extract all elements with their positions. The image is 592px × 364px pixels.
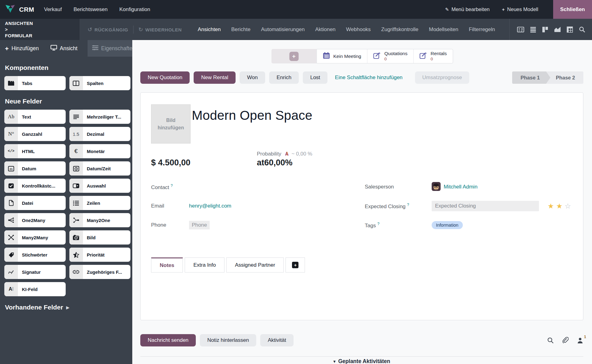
- tab-webhooks[interactable]: Webhooks: [346, 26, 371, 33]
- followers-icon[interactable]: 1: [577, 337, 583, 344]
- plus-icon: +: [292, 262, 298, 268]
- contact-card-view-icon[interactable]: [517, 26, 524, 33]
- field-related[interactable]: Zugehöriges F...: [69, 265, 131, 279]
- tab-automatisierungen[interactable]: Automatisierungen: [261, 26, 305, 33]
- tab-aktionen[interactable]: Aktionen: [315, 26, 335, 33]
- add-stat-button-dropzone[interactable]: +: [271, 49, 316, 63]
- field-signature[interactable]: Signatur: [4, 265, 66, 279]
- menu-berichtswesen[interactable]: Berichtswesen: [73, 6, 108, 13]
- field-tags[interactable]: Stichwörter: [4, 248, 66, 262]
- app-brand[interactable]: CRM: [0, 4, 37, 15]
- tab-notes[interactable]: Notes: [151, 257, 183, 273]
- close-studio-button[interactable]: Schließen: [553, 0, 592, 19]
- field-decimal[interactable]: 1.5 Dezimal: [69, 127, 131, 141]
- menu-verkauf[interactable]: Verkauf: [44, 6, 62, 13]
- field-many2one[interactable]: Many2One: [69, 213, 131, 227]
- field-datetime[interactable]: Datum/Zeit: [69, 161, 131, 176]
- attachment-icon[interactable]: [562, 337, 569, 344]
- phone-row[interactable]: Phone Phone: [151, 219, 365, 232]
- tab-zugriffskontrolle[interactable]: Zugriffskontrolle: [381, 26, 418, 33]
- stat-button-count: 0: [384, 57, 407, 62]
- field-many2many[interactable]: Many2Many: [4, 230, 66, 245]
- toolbar-divider: [133, 26, 134, 34]
- phone-input[interactable]: Phone: [189, 221, 210, 229]
- salesperson-row[interactable]: Salesperson Mitchell Admin: [365, 180, 573, 193]
- tab-ansichten[interactable]: Ansichten: [198, 26, 221, 33]
- list-view-icon[interactable]: [530, 26, 536, 33]
- field-date[interactable]: 21 Datum: [4, 161, 66, 176]
- field-monetary[interactable]: € Monetär: [69, 144, 131, 158]
- stage-phase-1[interactable]: Phase 1: [512, 71, 546, 84]
- undo-button[interactable]: ↺RÜCKGÄNGIG: [88, 26, 128, 33]
- field-one2many[interactable]: One2Many: [4, 213, 66, 227]
- tab-extra-info[interactable]: Extra Info: [185, 257, 224, 273]
- title-row: Bild hinzufügen Modern Open Space: [151, 104, 571, 144]
- field-multiline-text[interactable]: Mehrzeiliger T...: [69, 110, 131, 124]
- new-model-button[interactable]: + Neues Modell: [502, 6, 538, 12]
- kanban-view-icon[interactable]: [542, 26, 548, 33]
- stat-button-rentals[interactable]: Rentals 0: [413, 49, 453, 63]
- expected-closing-input[interactable]: Expected Closing: [432, 201, 539, 211]
- email-label: Email: [151, 203, 189, 209]
- tab-assigned-partner[interactable]: Assigned Partner: [226, 257, 284, 273]
- field-integer[interactable]: N° Ganzzahl: [4, 127, 66, 141]
- field-priority[interactable]: Priorität: [69, 248, 131, 262]
- breadcrumb[interactable]: ANSICHTEN > FORMULAR: [0, 19, 80, 40]
- priority-stars[interactable]: ★★☆: [548, 202, 573, 210]
- sidebar-tab-hinzufuegen[interactable]: + Hinzufügen: [5, 45, 39, 52]
- field-text[interactable]: Ab Text: [4, 110, 66, 124]
- tags-row[interactable]: Tags? Information: [365, 219, 573, 232]
- probability-at[interactable]: at60,00%: [257, 158, 312, 168]
- email-value[interactable]: henry@elight.com: [189, 203, 231, 209]
- forecast-button[interactable]: Umsatzprognose: [415, 71, 470, 84]
- sidebar-tab-ansicht[interactable]: Ansicht: [51, 45, 77, 52]
- chatter-toolbar: Nachricht senden Notiz hinterlassen Akti…: [140, 334, 583, 346]
- menu-konfiguration[interactable]: Konfiguration: [119, 6, 150, 13]
- log-note-button[interactable]: Notiz hinterlassen: [200, 334, 256, 346]
- edit-menu-button[interactable]: ✎ Menü bearbeiten: [445, 6, 490, 12]
- field-file[interactable]: Datei: [4, 196, 66, 210]
- contact-row[interactable]: Contact?: [151, 180, 365, 193]
- field-html[interactable]: </> HTML: [4, 144, 66, 158]
- pivot-view-icon[interactable]: [567, 26, 573, 33]
- add-tab-button[interactable]: +: [286, 257, 305, 273]
- tab-filterregeln[interactable]: Filterregeln: [469, 26, 495, 33]
- new-rental-button[interactable]: New Rental: [194, 71, 236, 84]
- expected-closing-row[interactable]: Expected Closing? Expected Closing ★★☆: [365, 200, 573, 212]
- enrich-button[interactable]: Enrich: [269, 71, 299, 84]
- stat-button-quotations[interactable]: Quotations 0: [367, 49, 413, 63]
- component-tabs[interactable]: Tabs: [4, 76, 66, 90]
- graph-view-icon[interactable]: [554, 26, 561, 33]
- tab-berichte[interactable]: Berichte: [231, 26, 250, 33]
- field-lines[interactable]: Zeilen: [69, 196, 131, 210]
- tab-modellseiten[interactable]: Modellseiten: [429, 26, 458, 33]
- record-title[interactable]: Modern Open Space: [192, 108, 312, 144]
- new-quotation-button[interactable]: New Quotation: [140, 71, 190, 84]
- field-checkbox[interactable]: Kontrollkästc...: [4, 179, 66, 193]
- search-messages-icon[interactable]: [547, 337, 554, 344]
- stat-button-meeting[interactable]: Kein Meeting: [317, 49, 367, 63]
- won-button[interactable]: Won: [240, 71, 265, 84]
- planned-activities-header[interactable]: ▾ Geplante Aktivitäten: [140, 358, 583, 364]
- expected-revenue[interactable]: $ 4.500,00: [151, 158, 257, 168]
- send-message-button[interactable]: Nachricht senden: [140, 334, 196, 346]
- field-ai[interactable]: AI KI-Feld: [4, 282, 66, 296]
- stage-phase-2[interactable]: Phase 2: [546, 71, 583, 84]
- field-image[interactable]: Bild: [69, 230, 131, 245]
- activity-button[interactable]: Aktivität: [260, 334, 294, 346]
- email-row[interactable]: Email henry@elight.com: [151, 200, 365, 212]
- field-selection[interactable]: Auswahl: [69, 179, 131, 193]
- search-icon[interactable]: [579, 26, 585, 33]
- existing-fields-heading[interactable]: Vorhandene Felder ▶: [5, 304, 130, 311]
- edit-note-icon: [419, 52, 427, 60]
- component-spalten[interactable]: Spalten: [69, 76, 131, 90]
- redo-button[interactable]: ↻WIEDERHOLEN: [138, 26, 182, 33]
- add-image-placeholder[interactable]: Bild hinzufügen: [151, 104, 191, 144]
- plus-icon: +: [289, 52, 298, 61]
- lost-button[interactable]: Lost: [303, 71, 327, 84]
- sidebar-tab-eigenschaften[interactable]: Eigenschaften: [88, 40, 132, 57]
- form-canvas: + Kein Meeting Quotations 0: [132, 40, 592, 364]
- add-button-link[interactable]: Eine Schaltfläche hinzufügen: [335, 75, 402, 81]
- tag-information[interactable]: Information: [432, 221, 463, 229]
- salesperson-value[interactable]: Mitchell Admin: [444, 184, 478, 190]
